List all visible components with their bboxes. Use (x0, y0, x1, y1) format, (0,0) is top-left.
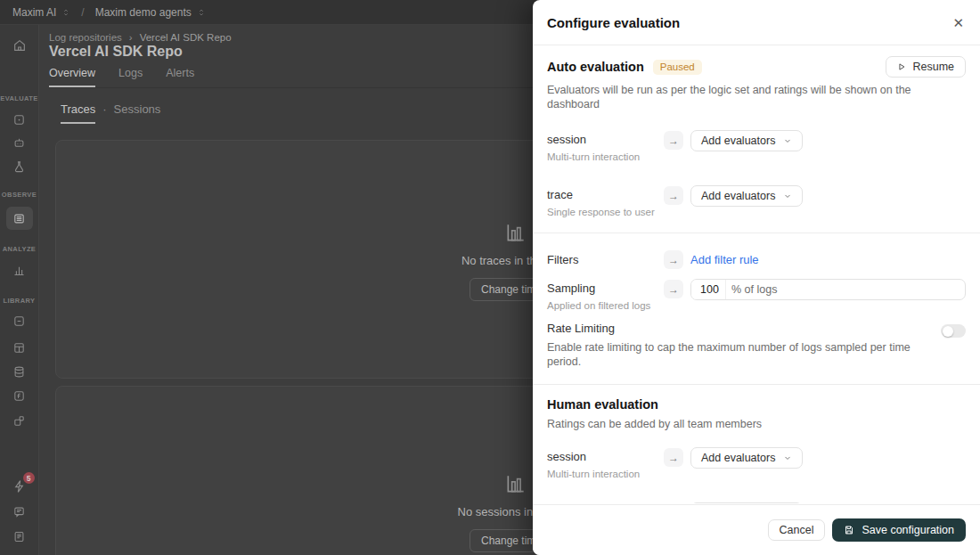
analytics-icon[interactable] (12, 263, 27, 277)
sampling-sublabel: Applied on filtered logs (547, 300, 664, 311)
close-icon[interactable]: ✕ (952, 16, 964, 29)
session-sublabel: Multi-turn interaction (547, 469, 664, 479)
save-icon (844, 525, 854, 535)
sampling-input-group: % of logs (690, 279, 966, 300)
sidebar-section-analyze: ANALYZE (0, 245, 38, 253)
auto-session-row: session Multi-turn interaction → Add eva… (547, 133, 966, 162)
add-evaluators-label: Add evaluators (701, 135, 775, 147)
experiments-icon[interactable] (12, 159, 27, 174)
auto-evaluation-header: Auto evaluation Paused Resume (547, 56, 966, 78)
resume-button[interactable]: Resume (886, 56, 966, 78)
arrow-right-icon: → (664, 448, 683, 467)
subtab-traces[interactable]: Traces (61, 102, 95, 124)
arrow-right-icon: → (664, 250, 683, 269)
human-session-row: session Multi-turn interaction → Add eva… (547, 450, 966, 479)
filters-label: Filters (547, 250, 664, 269)
add-evaluators-label: Add evaluators (701, 452, 775, 464)
sampling-suffix: % of logs (725, 280, 786, 299)
add-evaluators-dropdown[interactable]: Add evaluators (690, 447, 803, 469)
switch-workspace-icon (197, 8, 206, 17)
tab-logs[interactable]: Logs (118, 67, 143, 87)
subtab-sessions[interactable]: Sessions (114, 102, 161, 116)
sampling-percent-input[interactable] (691, 280, 725, 299)
sidebar-section-observe: OBSERVE (0, 191, 38, 199)
breadcrumb-current: Vercel AI SDK Repo (140, 32, 232, 43)
datasets-icon[interactable] (12, 112, 27, 127)
auto-trace-row: trace Single response to user → Add eval… (547, 188, 966, 217)
notification-badge: 5 (23, 472, 35, 484)
rate-limiting-toggle[interactable] (941, 324, 966, 338)
save-configuration-label: Save configuration (862, 524, 954, 536)
sampling-label: Sampling (547, 282, 664, 296)
sidebar-section-library: LIBRARY (0, 297, 38, 305)
log-type-tabs: Traces · Sessions (61, 102, 160, 116)
bar-chart-icon (504, 472, 527, 495)
feedback-icon[interactable] (12, 504, 27, 518)
add-evaluators-dropdown[interactable]: Add evaluators (690, 185, 803, 207)
org-name: Maxim AI (12, 6, 56, 19)
tables-icon[interactable] (12, 340, 27, 355)
page-title: Vercel AI SDK Repo (49, 44, 183, 60)
rate-limiting-row: Rate Limiting Enable rate limiting to ca… (547, 322, 966, 369)
path-separator: / (81, 6, 84, 19)
docs-icon[interactable] (12, 529, 27, 543)
section-divider (533, 233, 980, 233)
auto-evaluation-title: Auto evaluation (547, 60, 644, 74)
add-evaluators-dropdown[interactable]: Add evaluators (690, 502, 803, 503)
modal-header: Configure evaluation ✕ (533, 0, 980, 45)
save-configuration-button[interactable]: Save configuration (832, 518, 966, 542)
rate-limiting-label: Rate Limiting (547, 322, 941, 336)
database-icon[interactable] (12, 364, 27, 379)
chevron-down-icon (783, 192, 792, 200)
breadcrumb: Log repositories › Vercel AI SDK Repo (49, 32, 232, 43)
breadcrumb-parent[interactable]: Log repositories (49, 32, 122, 43)
tab-overview[interactable]: Overview (49, 67, 95, 87)
activity-icon[interactable]: 5 (12, 479, 27, 494)
repo-tabs: Overview Logs Alerts (49, 67, 544, 88)
sidebar-section-evaluate: EVALUATE (0, 94, 38, 102)
modal-footer: Cancel Save configuration (533, 504, 980, 555)
section-divider (533, 384, 980, 385)
modal-title: Configure evaluation (547, 15, 680, 30)
arrow-right-icon: → (664, 280, 683, 298)
configure-evaluation-modal: Configure evaluation ✕ Auto evaluation P… (533, 0, 980, 555)
sidebar-nav: EVALUATE OBSERVE ANALYZE LIBRARY (0, 25, 39, 555)
cancel-button[interactable]: Cancel (768, 519, 826, 541)
functions-icon[interactable] (12, 388, 27, 403)
modal-body: Auto evaluation Paused Resume Evaluators… (533, 45, 980, 503)
arrow-right-icon: → (664, 131, 683, 150)
subtab-dot: · (102, 102, 106, 116)
agent-simulation-icon[interactable] (12, 135, 27, 150)
resume-label: Resume (912, 61, 954, 73)
auto-evaluation-description: Evaluators will be run as per the logic … (547, 83, 966, 111)
arrow-right-icon: → (664, 186, 683, 205)
rate-limiting-description: Enable rate limiting to cap the maximum … (547, 340, 941, 369)
workspace-name: Maxim demo agents (95, 6, 192, 19)
human-evaluation-title: Human evaluation (547, 397, 966, 412)
add-filter-rule-link[interactable]: Add filter rule (690, 250, 966, 269)
chevron-down-icon (783, 136, 792, 145)
trace-sublabel: Single response to user (547, 207, 664, 217)
toggle-knob (943, 326, 953, 337)
human-evaluation-description: Ratings can be added by all team members (547, 417, 966, 431)
chevron-down-icon (783, 453, 792, 462)
org-switcher[interactable]: Maxim AI (12, 6, 70, 19)
session-label: session (547, 133, 664, 147)
workspace-switcher[interactable]: Maxim demo agents (95, 6, 206, 19)
breadcrumb-separator-icon: › (129, 32, 133, 43)
paused-badge: Paused (653, 60, 702, 75)
filters-row: Filters → Add filter rule (547, 250, 966, 269)
add-evaluators-dropdown[interactable]: Add evaluators (690, 130, 803, 151)
logs-icon[interactable] (12, 211, 27, 225)
plugins-icon[interactable] (12, 413, 27, 428)
trace-label: trace (547, 188, 664, 202)
add-evaluators-label: Add evaluators (701, 190, 775, 202)
home-icon[interactable] (12, 38, 27, 53)
tab-alerts[interactable]: Alerts (166, 67, 194, 87)
switch-org-icon (61, 8, 70, 17)
session-sublabel: Multi-turn interaction (547, 151, 664, 162)
bar-chart-icon (504, 221, 527, 244)
play-icon (897, 62, 906, 71)
prompts-icon[interactable] (12, 314, 27, 328)
session-label: session (547, 450, 664, 464)
